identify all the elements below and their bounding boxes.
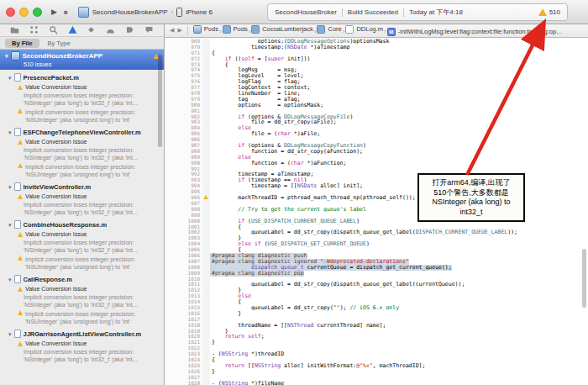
- filter-tab-by-type[interactable]: By Type: [41, 39, 77, 48]
- breadcrumb-item[interactable]: DDLog.m: [345, 25, 383, 34]
- method-icon: M: [387, 28, 396, 36]
- issue-description[interactable]: Implicit conversion loses integer precis…: [0, 293, 164, 309]
- code-text: function = (char *)aFunction;: [210, 161, 346, 166]
- pane-divider[interactable]: [164, 24, 165, 385]
- disclosure-triangle-icon[interactable]: ▾: [8, 331, 12, 337]
- breadcrumb-item[interactable]: CocoaLumberjack: [251, 25, 312, 34]
- gutter-ribbon: [203, 125, 210, 131]
- gutter-ribbon: [203, 357, 210, 363]
- issue-row[interactable]: Value Conversion Issue: [0, 230, 164, 238]
- code-text: threadName = [[NSThread currentThread] n…: [210, 323, 386, 329]
- issue-row[interactable]: Implicit conversion loses integer precis…: [0, 309, 164, 326]
- filter-tab-by-file[interactable]: By File: [5, 39, 39, 48]
- code-text: timestamp:(NSDate *)aTimestamp: [210, 45, 349, 50]
- disclosure-triangle-icon[interactable]: ▾: [8, 184, 12, 190]
- gutter-ribbon: [203, 363, 210, 369]
- issue-file-row[interactable]: ▾InviteViewController.m: [0, 182, 164, 192]
- jumpbar-separator: [187, 26, 188, 34]
- project-navigator-icon[interactable]: [10, 25, 19, 34]
- breadcrumb-chevron-icon: ›: [219, 28, 222, 35]
- disclosure-triangle-icon[interactable]: ▾: [8, 75, 12, 81]
- test-navigator-icon[interactable]: [87, 25, 96, 34]
- breadcrumb-item[interactable]: Pods: [193, 25, 218, 34]
- toolbar: ▶ ■ SecondHouseBrokerAPP › iPhone 6 Seco…: [0, 0, 588, 24]
- breadcrumb-item[interactable]: M-initWithLogMsg:level:flag:context:file…: [387, 28, 563, 36]
- report-navigator-icon[interactable]: [144, 25, 154, 34]
- minimize-button[interactable]: [19, 8, 29, 17]
- warning-icon: [538, 8, 547, 16]
- code-text: timestamp = [[NSDate alloc] init];: [210, 183, 363, 189]
- warning-icon: [18, 140, 23, 145]
- issue-row[interactable]: Implicit conversion loses integer precis…: [0, 162, 164, 179]
- code-line: 980 options = optionsMask;: [165, 103, 588, 108]
- zoom-button[interactable]: [33, 8, 42, 17]
- code-text: }: [210, 369, 215, 375]
- issue-description[interactable]: Implicit conversion loses integer precis…: [0, 200, 164, 217]
- symbol-navigator-icon[interactable]: [29, 25, 39, 34]
- issue-navigator[interactable]: ▾ SecondHouseBrokerAPP 510 issues ▾Prese…: [0, 50, 164, 385]
- issue-row[interactable]: Value Conversion Issue: [0, 340, 164, 347]
- file-name: JJRGarrisonAgentListViewController.m: [24, 330, 142, 338]
- find-navigator-icon[interactable]: [49, 25, 58, 34]
- gutter-ribbon: [203, 282, 210, 287]
- issue-file-row[interactable]: ▾PresencePacket.m: [0, 72, 164, 82]
- app-icon: [78, 7, 89, 18]
- gutter-ribbon: [203, 149, 210, 155]
- code-text: file = (char *)aFile;: [210, 131, 320, 137]
- chevron-right-icon: ›: [171, 8, 174, 16]
- gutter-ribbon: [203, 305, 210, 311]
- file-name: CombineHouseResponse.m: [24, 221, 108, 229]
- project-root-row[interactable]: ▾ SecondHouseBrokerAPP 510 issues: [0, 50, 164, 70]
- disclosure-triangle-icon[interactable]: ▾: [8, 277, 12, 282]
- editor-scrollbar[interactable]: [582, 249, 586, 308]
- disclosure-triangle-icon[interactable]: ▾: [5, 53, 8, 59]
- warning-count-badge[interactable]: 510: [538, 8, 560, 16]
- warning-icon: [18, 108, 23, 113]
- gutter-ribbon: [203, 56, 210, 62]
- gutter-ribbon: [203, 45, 210, 50]
- gutter-ribbon: [203, 143, 210, 149]
- gutter-ribbon: [203, 323, 210, 329]
- issue-navigator-icon[interactable]: [68, 25, 77, 34]
- breakpoint-navigator-icon[interactable]: [125, 25, 134, 34]
- issue-description[interactable]: Implicit conversion loses integer precis…: [0, 347, 164, 364]
- issue-file-row[interactable]: ▾CombineHouseResponse.m: [0, 219, 164, 229]
- issue-file-row[interactable]: ▾CallResponse.m: [0, 274, 164, 284]
- scheme-selector[interactable]: SecondHouseBrokerAPP › iPhone 6: [78, 7, 213, 18]
- breadcrumb-label: -initWithLogMsg:level:flag:context:file:…: [398, 28, 563, 35]
- gutter-ribbon: [203, 311, 210, 317]
- breadcrumb-item[interactable]: Pods: [223, 25, 248, 34]
- stop-button[interactable]: ■: [64, 8, 68, 16]
- forward-button[interactable]: ▶: [177, 27, 181, 34]
- breadcrumb-item[interactable]: Core: [317, 25, 341, 34]
- back-button[interactable]: ◀: [170, 27, 174, 34]
- issue-file-row[interactable]: ▾JJRGarrisonAgentListViewController.m: [0, 329, 164, 339]
- issue-row[interactable]: Value Conversion Issue: [0, 138, 164, 145]
- issue-row[interactable]: Value Conversion Issue: [0, 83, 164, 91]
- breadcrumb-label: DDLog.m: [356, 25, 383, 33]
- issue-row[interactable]: Implicit conversion loses integer precis…: [0, 108, 164, 124]
- file-issue-group: ▾ESFChangeTelephoneViewController.mValue…: [0, 127, 164, 179]
- disclosure-triangle-icon[interactable]: ▾: [8, 222, 12, 228]
- run-button[interactable]: ▶: [51, 8, 57, 16]
- gutter-ribbon: [203, 287, 210, 293]
- issue-row[interactable]: Implicit conversion loses integer precis…: [0, 255, 164, 272]
- file-name: ESFChangeTelephoneViewController.m: [24, 129, 141, 136]
- gutter-ribbon: [203, 137, 210, 143]
- gutter-ribbon: [203, 247, 210, 253]
- file-icon: [14, 330, 21, 338]
- code-line: 1023- (NSString *)threadID: [165, 351, 588, 357]
- issue-description[interactable]: Implicit conversion loses integer precis…: [0, 91, 164, 108]
- line-warning-icon[interactable]: [203, 195, 208, 199]
- issue-row[interactable]: Value Conversion Issue: [0, 192, 164, 200]
- disclosure-triangle-icon[interactable]: ▾: [8, 129, 12, 135]
- close-button[interactable]: [6, 8, 15, 17]
- issue-description[interactable]: Implicit conversion loses integer precis…: [0, 238, 164, 255]
- code-text: #pragma clang diagnostic pop: [210, 271, 304, 277]
- issue-row[interactable]: Value Conversion Issue: [0, 285, 164, 293]
- warning-icon: [18, 287, 23, 292]
- debug-navigator-icon[interactable]: [106, 25, 115, 34]
- issue-file-row[interactable]: ▾ESFChangeTelephoneViewController.m: [0, 127, 164, 137]
- sidebar-scrollbar[interactable]: [158, 55, 162, 147]
- issue-description[interactable]: Implicit conversion loses integer precis…: [0, 145, 164, 162]
